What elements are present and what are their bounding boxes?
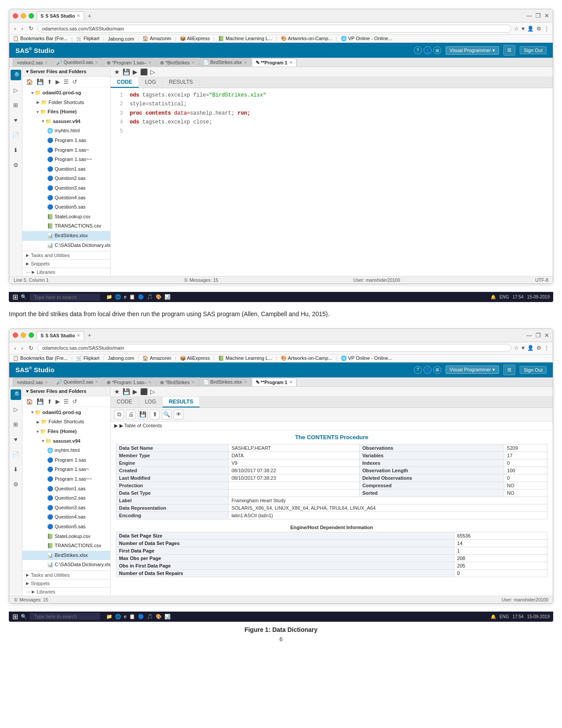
- print-btn[interactable]: 🖨: [126, 410, 136, 419]
- gear-btn[interactable]: ⚙: [11, 160, 21, 170]
- bm-aliexpress[interactable]: 📦 AliExpress: [180, 36, 210, 41]
- stop-btn[interactable]: ⬛: [140, 68, 148, 75]
- bm2-vp[interactable]: 🌐 VP Online - Online...: [341, 355, 392, 361]
- tab-code[interactable]: CODE: [111, 77, 139, 88]
- nav-btn[interactable]: ▷: [11, 85, 21, 95]
- tree2-q5[interactable]: 🔵 Question5.sas: [22, 522, 110, 532]
- browser-tab-active[interactable]: S S SAS Studio ✕: [37, 11, 84, 20]
- search-sidebar-btn[interactable]: 🔎: [11, 70, 21, 80]
- tree2-program1a[interactable]: 🔵 Program 1.sas~: [22, 465, 110, 474]
- code-editor[interactable]: 1 ods tagsets.excelxp file="BirdStrikes.…: [111, 88, 553, 276]
- taskbar2-search-input[interactable]: [30, 613, 100, 620]
- taskbar-app2[interactable]: 📋: [129, 294, 135, 300]
- taskbar-excel-icon[interactable]: 📊: [164, 294, 171, 300]
- sidebar-snippets[interactable]: ▶ Snippets: [22, 259, 110, 268]
- tree-q3[interactable]: 🔵 Question3.sas: [22, 183, 110, 193]
- taskbar-search-input[interactable]: [30, 294, 100, 301]
- tab-close-icon[interactable]: ✕: [77, 14, 80, 18]
- tree2-program1b[interactable]: 🔵 Program 1.sas~~: [22, 474, 110, 484]
- tree-birdstrikes[interactable]: 📊 BirdStrikes.xlsx: [22, 231, 110, 241]
- home-icon-2[interactable]: 🏠: [25, 398, 34, 405]
- bm-flipkart[interactable]: 🛒 Flipkart: [76, 36, 100, 41]
- tree2-q3[interactable]: 🔵 Question3.sas: [22, 503, 110, 513]
- tree-files-home[interactable]: ▾ 📁 Files (Home): [22, 107, 110, 117]
- tree2-odawi[interactable]: ▾ 📁 odawi01-prod-sg: [22, 408, 110, 418]
- settings-icon[interactable]: ⚙: [536, 26, 541, 32]
- bm2-jabong[interactable]: Jabong.com: [108, 355, 134, 361]
- forward-btn-2[interactable]: ›: [20, 344, 24, 352]
- tree-folder-shortcuts[interactable]: ▶ 📁 Folder Shortcuts: [22, 98, 110, 108]
- sas-tab-question2[interactable]: ×estion2.sas ✕: [13, 58, 52, 67]
- sas-tab-question3[interactable]: 🔎 Question3.sas ✕: [52, 58, 102, 67]
- tree2-q2[interactable]: 🔵 Question2.sas: [22, 493, 110, 503]
- taskbar-chrome-icon[interactable]: 🌐: [115, 294, 121, 300]
- tree-odawi[interactable]: ▾ 📁 odawi01-prod-sg: [22, 88, 110, 98]
- browser2-tab-active[interactable]: S S SAS Studio ✕: [37, 331, 84, 340]
- sas-tab-birdstrikes[interactable]: ⊗ *BirdStrikes ✕: [156, 58, 199, 67]
- run-icon-2[interactable]: ▶: [55, 398, 61, 405]
- win2-minimize-btn[interactable]: [21, 332, 26, 338]
- sas-tab2-question3[interactable]: 🔎 Question3.sas ✕: [52, 377, 102, 386]
- sidebar-libraries[interactable]: ··· ▶ Libraries: [22, 268, 110, 276]
- tree-q2[interactable]: 🔵 Question2.sas: [22, 174, 110, 183]
- run-icon[interactable]: ▶: [55, 78, 61, 86]
- settings-icon-2[interactable]: ⚙: [536, 345, 541, 351]
- run-program-btn-2[interactable]: ★: [114, 388, 120, 395]
- run-selection-btn[interactable]: ▶: [133, 68, 138, 75]
- url-input-2[interactable]: odameclocs.sas.com/SASStudio/main: [37, 344, 511, 352]
- grid-btn-2[interactable]: ⊞: [11, 419, 21, 430]
- tree-program1b[interactable]: 🔵 Program 1.sas~~: [22, 155, 110, 164]
- upload-icon[interactable]: ⬆: [46, 78, 53, 86]
- new-tab-btn-2[interactable]: +: [88, 332, 91, 339]
- tree2-myhtm[interactable]: 🌐 myhtm.html: [22, 446, 110, 455]
- account-icon[interactable]: 👤: [527, 26, 534, 32]
- tree2-sasuser[interactable]: ▾ 📁 sasuser.v94: [22, 437, 110, 446]
- tree2-birdstrikes[interactable]: 📊 BirdStrikes.xlsx: [22, 551, 110, 560]
- window-maximize-btn[interactable]: [29, 13, 34, 19]
- reload-btn[interactable]: ↻: [27, 24, 35, 33]
- tree-transactions[interactable]: 📗 TRANSACTIONS.csv: [22, 221, 110, 231]
- copy-btn[interactable]: ⧉: [114, 410, 124, 419]
- heart-btn[interactable]: ♥: [11, 115, 21, 125]
- save-results-btn[interactable]: 💾: [138, 410, 148, 419]
- taskbar2-chrome-icon[interactable]: 🌐: [115, 614, 121, 620]
- taskbar2-file-icon[interactable]: 📁: [106, 614, 112, 620]
- win2-restore-icon[interactable]: ❐: [536, 332, 541, 339]
- taskbar2-app4[interactable]: 🎵: [147, 614, 153, 620]
- reload-btn-2[interactable]: ↻: [27, 344, 35, 352]
- stop-btn-2[interactable]: ⬛: [140, 388, 148, 395]
- doc-btn[interactable]: 📄: [11, 130, 21, 140]
- sas-tab2-program1[interactable]: ⊕ *Program 1.sas– ✕: [103, 378, 156, 386]
- url-input[interactable]: odameclocs.sas.com/SASStudio/main: [37, 25, 511, 33]
- toc-section[interactable]: ▶ ▶ Table of Contents: [111, 422, 553, 430]
- tree2-q1[interactable]: 🔵 Question1.sas: [22, 484, 110, 494]
- windows-start-btn-2[interactable]: ⊞: [12, 612, 18, 621]
- home-icon[interactable]: 🏠: [25, 78, 34, 86]
- menu-icon[interactable]: ☰: [63, 78, 70, 86]
- visual-programmer-btn-2[interactable]: Visual Programmer ▾: [446, 366, 499, 374]
- account-icon-2[interactable]: 👤: [527, 345, 534, 351]
- bookmark-icon-2[interactable]: ☆: [514, 345, 519, 351]
- tree-sasdata[interactable]: 📊 C:\SASData Dictionary.xls: [22, 241, 110, 250]
- back-btn[interactable]: ‹: [13, 24, 17, 33]
- bm-amazon[interactable]: 🏠 Amazonin: [142, 36, 171, 41]
- new-tab-btn[interactable]: +: [88, 12, 91, 19]
- tab2-code[interactable]: CODE: [111, 397, 139, 407]
- taskbar-app4[interactable]: 🎵: [147, 294, 153, 300]
- sidebar2-tasks[interactable]: ▶ Tasks and Utilities: [22, 571, 110, 579]
- bm-ml[interactable]: 📗 Machine Learning L...: [218, 36, 272, 41]
- tree-program1[interactable]: 🔵 Program 1.sas: [22, 136, 110, 146]
- taskbar2-app5[interactable]: 🎨: [156, 614, 162, 620]
- menu-icon-2b[interactable]: ☰: [63, 398, 70, 405]
- save-program-btn[interactable]: 💾: [123, 68, 130, 75]
- restore-icon[interactable]: ❐: [536, 12, 541, 19]
- search-sidebar-btn-2[interactable]: 🔎: [11, 389, 21, 400]
- heart-icon-2[interactable]: ♥: [521, 345, 525, 351]
- sidebar2-snippets[interactable]: ▶ Snippets: [22, 579, 110, 587]
- tab2-log[interactable]: LOG: [139, 397, 163, 407]
- bm2-amazon[interactable]: 🏠 Amazonin: [142, 355, 171, 361]
- bm-jabong[interactable]: Jabong.com: [108, 36, 134, 41]
- bm2-aliexpress[interactable]: 📦 AliExpress: [180, 355, 210, 361]
- download-btn-2[interactable]: ⬇: [11, 464, 21, 475]
- heart-btn-2[interactable]: ♥: [11, 434, 21, 445]
